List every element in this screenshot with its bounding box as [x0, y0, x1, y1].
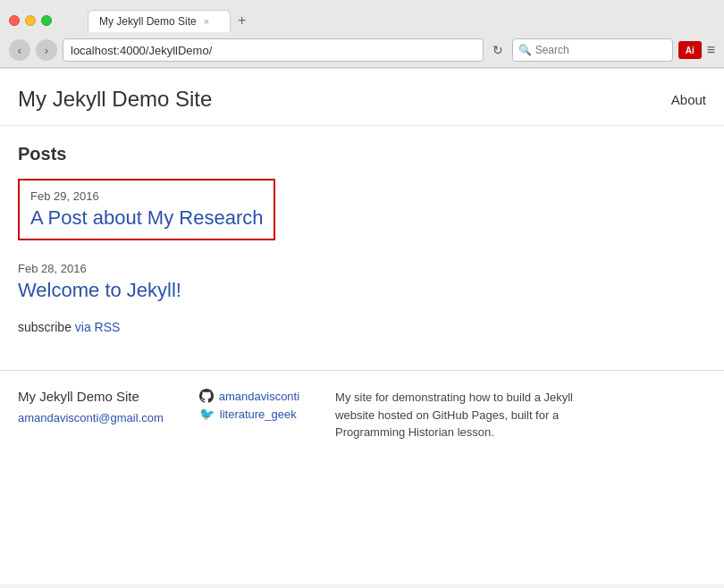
url-input[interactable]	[63, 38, 484, 62]
subscribe-text: subscribe	[18, 320, 72, 334]
tab-close-icon[interactable]: ×	[204, 16, 209, 27]
main-content: Posts Feb 29, 2016 A Post about My Resea…	[0, 126, 724, 352]
rss-link[interactable]: via RSS	[75, 320, 121, 334]
address-bar: ‹ › ↻ 🔍 Ai ≡	[0, 34, 724, 67]
minimize-button[interactable]	[25, 15, 36, 26]
adobe-button[interactable]: Ai	[678, 41, 702, 59]
active-tab[interactable]: My Jekyll Demo Site ×	[88, 10, 231, 32]
page-wrapper: My Jekyll Demo Site About Posts Feb 29, …	[0, 68, 724, 584]
post-item-2: Feb 28, 2016 Welcome to Jekyll!	[18, 262, 706, 302]
site-header: My Jekyll Demo Site About	[0, 69, 724, 126]
footer-col-3: My site for demonstrating how to build a…	[335, 389, 585, 441]
tab-title: My Jekyll Demo Site	[99, 15, 197, 28]
search-box: 🔍	[512, 38, 673, 62]
footer-email-link[interactable]: amandavisconti@gmail.com	[18, 411, 164, 424]
github-icon	[199, 389, 214, 403]
nav-about-link[interactable]: About	[671, 92, 706, 107]
new-tab-button[interactable]: +	[231, 9, 253, 32]
post-2-date: Feb 28, 2016	[18, 262, 706, 275]
subscribe-line: subscribe via RSS	[18, 320, 706, 334]
footer-github-link[interactable]: amandavisconti	[219, 390, 299, 403]
post-2-link[interactable]: Welcome to Jekyll!	[18, 279, 181, 301]
hamburger-icon: ≡	[707, 42, 715, 57]
posts-heading: Posts	[18, 144, 706, 164]
maximize-button[interactable]	[41, 15, 52, 26]
footer-col-1: My Jekyll Demo Site amandavisconti@gmail…	[18, 389, 164, 441]
twitter-icon: 🐦	[199, 407, 215, 421]
footer-twitter-link[interactable]: literature_geek	[220, 407, 297, 421]
title-bar: My Jekyll Demo Site × +	[0, 0, 724, 34]
site-footer: My Jekyll Demo Site amandavisconti@gmail…	[0, 370, 724, 459]
close-button[interactable]	[9, 15, 20, 26]
search-icon: 🔍	[518, 44, 532, 56]
traffic-lights	[9, 15, 52, 26]
search-input[interactable]	[535, 44, 643, 56]
footer-description: My site for demonstrating how to build a…	[335, 389, 585, 441]
tab-bar: My Jekyll Demo Site × +	[88, 9, 253, 32]
post-1-link[interactable]: A Post about My Research	[30, 206, 263, 229]
post-1-date: Feb 29, 2016	[30, 189, 263, 203]
refresh-icon: ↻	[492, 43, 503, 57]
forward-icon: ›	[45, 44, 48, 57]
refresh-button[interactable]: ↻	[489, 41, 507, 59]
site-title: My Jekyll Demo Site	[18, 87, 212, 112]
browser-chrome: My Jekyll Demo Site × + ‹ › ↻ 🔍 Ai ≡	[0, 0, 724, 68]
back-icon: ‹	[18, 44, 21, 57]
menu-button[interactable]: ≡	[707, 42, 715, 58]
post-item-1: Feb 29, 2016 A Post about My Research	[18, 179, 275, 240]
footer-twitter: 🐦 literature_geek	[199, 407, 299, 421]
footer-col-2: amandavisconti 🐦 literature_geek	[199, 389, 299, 441]
forward-button[interactable]: ›	[36, 39, 57, 61]
footer-github: amandavisconti	[199, 389, 299, 403]
back-button[interactable]: ‹	[9, 39, 30, 61]
adobe-icon: Ai	[686, 46, 695, 55]
footer-site-name: My Jekyll Demo Site	[18, 389, 164, 404]
